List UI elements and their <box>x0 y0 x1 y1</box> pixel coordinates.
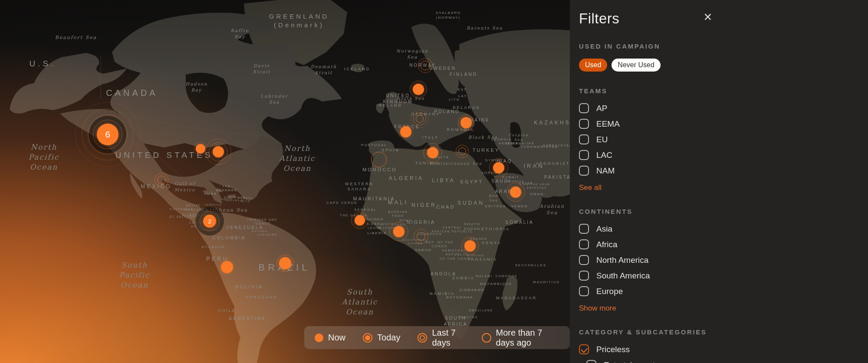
filters-title: Filters <box>579 10 859 27</box>
filter-option-entertainment[interactable]: Entertainment <box>586 360 859 363</box>
checkbox-icon[interactable] <box>579 239 589 249</box>
checkbox-label: LAC <box>596 150 612 160</box>
filter-section: USED IN CAMPAIGNUsedNever Used <box>579 43 859 72</box>
section-header: CONTINENTS <box>579 208 859 215</box>
show-more-link[interactable]: Show more <box>579 304 616 313</box>
checkbox-label: Asia <box>596 224 612 234</box>
checkbox-icon[interactable] <box>579 271 589 281</box>
app-root: U.S.CANADAUNITED STATESMEXICOGREENLAND (… <box>0 0 868 363</box>
never-used-pill-button[interactable]: Never Used <box>612 59 660 72</box>
filter-option-africa[interactable]: Africa <box>579 239 859 249</box>
filter-option-nam[interactable]: NAM <box>579 166 859 176</box>
legend-label: Today <box>377 333 400 343</box>
filter-section: CATEGORY & SUBCATEGORIESPricelessEnterta… <box>579 328 859 363</box>
checkbox-icon[interactable] <box>579 224 589 234</box>
checkbox-label: Europe <box>596 287 623 296</box>
legend-label: More than 7 days ago <box>496 328 559 348</box>
legend-label: Last 7 days <box>432 328 464 348</box>
today-dot-ring-icon <box>363 333 372 343</box>
filter-option-south-america[interactable]: South America <box>579 271 859 281</box>
section-header: TEAMS <box>579 87 859 95</box>
checkbox-label: South America <box>596 271 650 281</box>
legend-item: Last 7 days <box>418 328 464 348</box>
legend-item: Today <box>363 333 400 343</box>
checkbox-icon[interactable] <box>579 134 589 144</box>
filter-section: TEAMSAPEEMAEULACNAMSee all <box>579 87 859 192</box>
checkbox-label: NAM <box>596 166 615 176</box>
checkbox-icon[interactable] <box>579 119 589 129</box>
last7days-double-ring-icon <box>418 333 427 343</box>
filters-panel: Filters ✕ USED IN CAMPAIGNUsedNever Used… <box>570 0 868 363</box>
filter-option-ap[interactable]: AP <box>579 103 859 113</box>
legend-label: Now <box>328 333 345 343</box>
map-landmasses <box>0 0 570 363</box>
checkbox-icon[interactable] <box>579 286 589 296</box>
map-legend: NowTodayLast 7 daysMore than 7 days ago <box>304 326 570 349</box>
filter-option-priceless[interactable]: Priceless <box>579 344 859 354</box>
pill-group: UsedNever Used <box>579 59 859 72</box>
legend-item: Now <box>315 333 345 343</box>
filter-option-eema[interactable]: EEMA <box>579 119 859 129</box>
checkbox-icon[interactable] <box>586 360 596 363</box>
filter-section: CONTINENTSAsiaAfricaNorth AmericaSouth A… <box>579 208 859 313</box>
section-header: CATEGORY & SUBCATEGORIES <box>579 328 859 336</box>
checkbox-label: Entertainment <box>604 360 655 363</box>
filters-sections: USED IN CAMPAIGNUsedNever UsedTEAMSAPEEM… <box>570 43 868 363</box>
close-icon[interactable]: ✕ <box>701 10 714 23</box>
section-header: USED IN CAMPAIGN <box>579 43 859 50</box>
world-map[interactable]: U.S.CANADAUNITED STATESMEXICOGREENLAND (… <box>0 0 570 363</box>
checkbox-label: North America <box>596 255 648 265</box>
checkbox-label: AP <box>596 104 607 113</box>
checkbox-label: Priceless <box>596 345 630 354</box>
legend-item: More than 7 days ago <box>482 328 559 348</box>
checked-checkbox-icon[interactable] <box>579 344 589 354</box>
filter-option-europe[interactable]: Europe <box>579 286 859 296</box>
used-pill-button[interactable]: Used <box>579 59 607 72</box>
checkbox-label: EU <box>596 135 608 144</box>
checkbox-icon[interactable] <box>579 255 589 265</box>
checkbox-icon[interactable] <box>579 150 589 160</box>
checkbox-label: EEMA <box>596 119 620 129</box>
filter-option-north-america[interactable]: North America <box>579 255 859 265</box>
filter-option-lac[interactable]: LAC <box>579 150 859 160</box>
now-filled-circle-icon <box>315 334 323 342</box>
checkbox-icon[interactable] <box>579 166 589 176</box>
filter-option-asia[interactable]: Asia <box>579 224 859 234</box>
see-all-link[interactable]: See all <box>579 183 602 192</box>
checkbox-label: Africa <box>596 240 618 249</box>
older-ring-icon <box>482 333 491 343</box>
checkbox-icon[interactable] <box>579 103 589 113</box>
filter-option-eu[interactable]: EU <box>579 134 859 144</box>
filters-header: Filters ✕ <box>570 0 868 27</box>
